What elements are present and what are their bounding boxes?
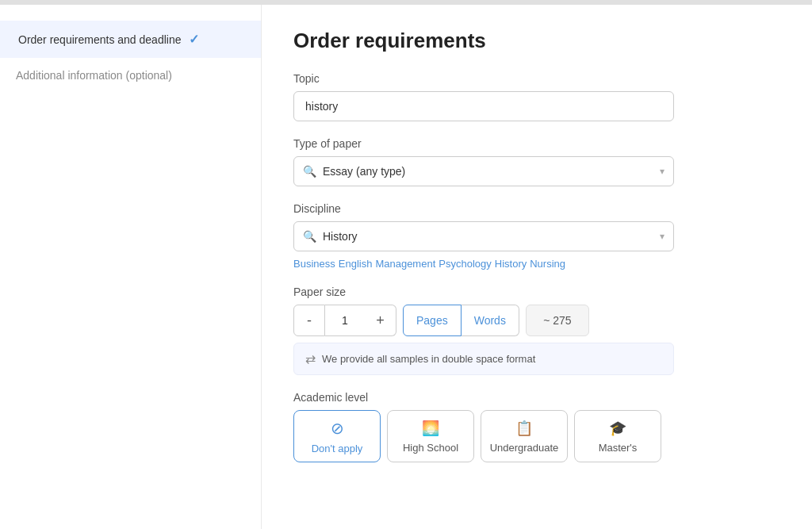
approx-value: ~ 275: [526, 305, 589, 336]
paper-size-section: Paper size - 1 + Pages Words ~ 275 ⇄ We …: [293, 286, 780, 375]
stepper-plus-button[interactable]: +: [365, 305, 396, 336]
sidebar-item-secondary-label: Additional information (optional): [16, 69, 172, 82]
academic-level-label: Academic level: [293, 391, 780, 404]
double-space-text: We provide all samples in double space f…: [322, 353, 535, 365]
quick-link-business[interactable]: Business: [293, 258, 335, 270]
discipline-label: Discipline: [293, 202, 780, 215]
level-undergraduate-button[interactable]: 📋 Undergraduate: [481, 410, 568, 462]
type-of-paper-select[interactable]: Essay (any type) Research Paper Term Pap…: [293, 156, 674, 186]
dont-apply-label: Don't apply: [312, 443, 363, 454]
quick-link-history[interactable]: History: [495, 258, 527, 270]
academic-level-section: Academic level ⊘ Don't apply 🌅 High Scho…: [293, 391, 780, 462]
quick-link-nursing[interactable]: Nursing: [530, 258, 565, 270]
check-icon: ✓: [189, 32, 199, 47]
high-school-icon: 🌅: [422, 420, 439, 437]
main-content: Order requirements Topic Type of paper 🔍…: [262, 5, 812, 529]
type-of-paper-label: Type of paper: [293, 137, 780, 150]
masters-label: Master's: [599, 442, 638, 454]
paper-size-row: - 1 + Pages Words ~ 275: [293, 305, 674, 336]
double-space-info-bar: ⇄ We provide all samples in double space…: [293, 343, 674, 375]
stepper-minus-button[interactable]: -: [293, 305, 325, 336]
undergraduate-icon: 📋: [515, 420, 533, 437]
sidebar-item-label: Order requirements and deadline: [18, 33, 181, 46]
discipline-select[interactable]: History Business English Management Psyc…: [293, 221, 674, 251]
quick-link-english[interactable]: English: [339, 258, 373, 270]
undergraduate-label: Undergraduate: [490, 442, 559, 454]
sidebar: Order requirements and deadline ✓ Additi…: [0, 5, 262, 529]
type-of-paper-section: Type of paper 🔍 Essay (any type) Researc…: [293, 137, 780, 186]
topic-label: Topic: [293, 72, 780, 85]
academic-level-options: ⊘ Don't apply 🌅 High School 📋 Undergradu…: [293, 410, 706, 462]
double-space-icon: ⇄: [305, 351, 316, 366]
discipline-container: 🔍 History Business English Management Ps…: [293, 221, 674, 251]
level-masters-button[interactable]: 🎓 Master's: [574, 410, 661, 462]
pages-button[interactable]: Pages: [403, 305, 462, 336]
level-high-school-button[interactable]: 🌅 High School: [387, 410, 474, 462]
discipline-section: Discipline 🔍 History Business English Ma…: [293, 202, 780, 270]
stepper-value: 1: [325, 305, 365, 336]
level-dont-apply-button[interactable]: ⊘ Don't apply: [293, 410, 381, 462]
quick-link-psychology[interactable]: Psychology: [439, 258, 491, 270]
paper-unit-toggle: Pages Words: [403, 305, 519, 336]
dont-apply-icon: ⊘: [331, 419, 344, 438]
words-button[interactable]: Words: [462, 305, 519, 336]
high-school-label: High School: [403, 442, 458, 454]
sidebar-item-order-requirements[interactable]: Order requirements and deadline ✓: [0, 21, 261, 58]
topic-input[interactable]: [293, 91, 674, 121]
type-of-paper-container: 🔍 Essay (any type) Research Paper Term P…: [293, 156, 674, 186]
discipline-quick-links: Business English Management Psychology H…: [293, 258, 674, 270]
sidebar-item-additional-info[interactable]: Additional information (optional): [0, 58, 261, 93]
page-title: Order requirements: [293, 29, 780, 53]
quick-link-management[interactable]: Management: [375, 258, 435, 270]
masters-icon: 🎓: [609, 420, 626, 437]
topic-section: Topic: [293, 72, 780, 121]
paper-size-label: Paper size: [293, 286, 780, 298]
